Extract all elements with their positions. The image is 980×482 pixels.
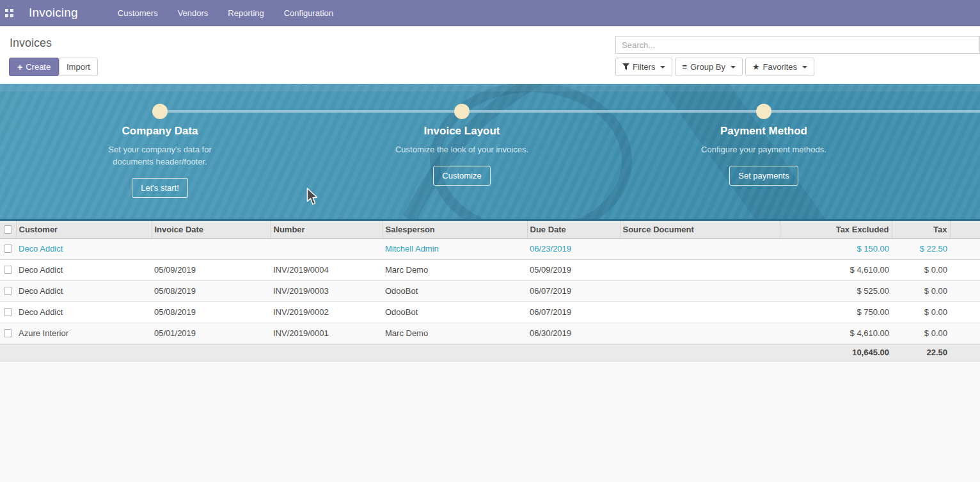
cell-tax-excluded[interactable]: $ 4,610.00 xyxy=(780,259,892,280)
select-all-header[interactable] xyxy=(0,221,16,238)
cell-salesperson[interactable]: Mitchell Admin xyxy=(383,238,527,259)
col-tax-excluded[interactable]: Tax Excluded xyxy=(780,221,892,238)
cell-invoice-date[interactable] xyxy=(152,238,271,259)
plus-icon: + xyxy=(17,62,22,72)
menu-customers[interactable]: Customers xyxy=(114,6,162,20)
cell-tax[interactable]: $ 0.00 xyxy=(892,259,950,280)
menu-configuration[interactable]: Configuration xyxy=(280,6,337,20)
cell-invoice-date[interactable]: 05/08/2019 xyxy=(152,301,271,323)
row-checkbox[interactable] xyxy=(4,329,12,337)
cell-invoice-date[interactable]: 05/01/2019 xyxy=(152,323,271,344)
cell-due-date[interactable]: 05/09/2019 xyxy=(527,259,620,280)
nav-menu: Customers Vendors Reporting Configuratio… xyxy=(114,6,337,20)
table-row[interactable]: Deco Addict 05/09/2019 INV/2019/0004 Mar… xyxy=(0,259,980,280)
step-description: Set your company's data for documents he… xyxy=(89,143,231,168)
step-title: Invoice Layout xyxy=(366,125,558,138)
chevron-down-icon xyxy=(802,66,807,68)
total-tax: 22.50 xyxy=(892,344,950,361)
cell-tax-excluded[interactable]: $ 150.00 xyxy=(780,238,892,259)
table-row[interactable]: Deco Addict Mitchell Admin 06/23/2019 $ … xyxy=(0,238,980,259)
cell-due-date[interactable]: 06/23/2019 xyxy=(527,238,620,259)
cell-source-document[interactable] xyxy=(620,280,780,301)
invoice-table: Customer Invoice Date Number Salesperson… xyxy=(0,221,980,362)
cell-tax-excluded[interactable]: $ 4,610.00 xyxy=(780,323,892,344)
total-tax-excluded: 10,645.00 xyxy=(780,344,892,361)
invoice-list-area: Customer Invoice Date Number Salesperson… xyxy=(0,221,980,482)
cell-tax[interactable]: $ 22.50 xyxy=(892,238,950,259)
cell-number[interactable]: INV/2019/0003 xyxy=(271,280,383,301)
col-number[interactable]: Number xyxy=(271,221,383,238)
cell-salesperson[interactable]: Marc Demo xyxy=(383,259,527,280)
cell-source-document[interactable] xyxy=(620,323,780,344)
table-row[interactable]: Deco Addict 05/08/2019 INV/2019/0003 Odo… xyxy=(0,280,980,301)
import-button[interactable]: Import xyxy=(59,58,98,76)
set-payments-button[interactable]: Set payments xyxy=(729,166,798,186)
cell-customer[interactable]: Deco Addict xyxy=(16,259,152,280)
row-checkbox[interactable] xyxy=(4,287,12,295)
onboarding-step-company-data: Company Data Set your company's data for… xyxy=(64,125,256,198)
cell-tax[interactable]: $ 0.00 xyxy=(892,323,950,344)
filters-button[interactable]: Filters xyxy=(615,58,672,76)
cell-invoice-date[interactable]: 05/09/2019 xyxy=(152,259,271,280)
cell-tax-excluded[interactable]: $ 525.00 xyxy=(780,280,892,301)
group-by-button[interactable]: ≡ Group By xyxy=(675,58,743,76)
step-dot-invoice-layout xyxy=(454,104,470,119)
cell-number[interactable]: INV/2019/0004 xyxy=(271,259,383,280)
app-title[interactable]: Invoicing xyxy=(29,6,78,20)
search-input[interactable] xyxy=(615,36,980,54)
customize-button[interactable]: Customize xyxy=(433,166,490,186)
row-checkbox[interactable] xyxy=(4,245,12,253)
favorites-button[interactable]: ★ Favorites xyxy=(745,58,814,76)
step-title: Payment Method xyxy=(668,125,860,138)
chevron-down-icon xyxy=(660,66,665,68)
cell-tax-excluded[interactable]: $ 750.00 xyxy=(780,301,892,323)
row-checkbox[interactable] xyxy=(4,266,12,274)
col-source-document[interactable]: Source Document xyxy=(620,221,780,238)
cell-due-date[interactable]: 06/30/2019 xyxy=(527,323,620,344)
row-checkbox[interactable] xyxy=(4,308,12,316)
mouse-cursor xyxy=(306,188,319,205)
cell-salesperson[interactable]: Marc Demo xyxy=(383,323,527,344)
invoicing-screen: Invoicing Customers Vendors Reporting Co… xyxy=(0,0,980,482)
cell-source-document[interactable] xyxy=(620,238,780,259)
col-salesperson[interactable]: Salesperson xyxy=(383,221,527,238)
onboarding-banner: Company Data Set your company's data for… xyxy=(0,84,980,221)
col-invoice-date[interactable]: Invoice Date xyxy=(152,221,271,238)
step-dot-payment-method xyxy=(756,104,771,119)
cell-salesperson[interactable]: OdooBot xyxy=(383,301,527,323)
onboarding-step-invoice-layout: Invoice Layout Customize the look of you… xyxy=(366,125,558,186)
cell-due-date[interactable]: 06/07/2019 xyxy=(527,301,620,323)
onboarding-progress-line xyxy=(160,110,980,113)
table-row[interactable]: Azure Interior 05/01/2019 INV/2019/0001 … xyxy=(0,323,980,344)
col-customer[interactable]: Customer xyxy=(16,221,152,238)
cell-source-document[interactable] xyxy=(620,259,780,280)
cell-tax[interactable]: $ 0.00 xyxy=(892,301,950,323)
cell-number[interactable] xyxy=(271,238,383,259)
cell-number[interactable]: INV/2019/0002 xyxy=(271,301,383,323)
apps-grid-icon[interactable] xyxy=(5,9,13,17)
create-button[interactable]: + Create xyxy=(9,58,59,76)
col-due-date[interactable]: Due Date xyxy=(527,221,620,238)
cell-customer[interactable]: Deco Addict xyxy=(16,238,152,259)
cell-number[interactable]: INV/2019/0001 xyxy=(271,323,383,344)
step-description: Configure your payment methods. xyxy=(693,143,835,156)
col-spacer xyxy=(950,221,980,238)
cell-tax[interactable]: $ 0.00 xyxy=(892,280,950,301)
menu-vendors[interactable]: Vendors xyxy=(174,6,212,20)
cell-customer[interactable]: Deco Addict xyxy=(16,280,152,301)
cell-invoice-date[interactable]: 05/08/2019 xyxy=(152,280,271,301)
favorites-star-icon: ★ xyxy=(752,62,760,72)
cell-source-document[interactable] xyxy=(620,301,780,323)
cell-customer[interactable]: Deco Addict xyxy=(16,301,152,323)
col-tax[interactable]: Tax xyxy=(892,221,950,238)
cell-due-date[interactable]: 06/07/2019 xyxy=(527,280,620,301)
table-row[interactable]: Deco Addict 05/08/2019 INV/2019/0002 Odo… xyxy=(0,301,980,323)
onboarding-step-payment-method: Payment Method Configure your payment me… xyxy=(668,125,860,186)
cell-salesperson[interactable]: OdooBot xyxy=(383,280,527,301)
lets-start-button[interactable]: Let's start! xyxy=(132,178,188,198)
select-all-checkbox[interactable] xyxy=(4,225,12,234)
cell-customer[interactable]: Azure Interior xyxy=(16,323,152,344)
menu-reporting[interactable]: Reporting xyxy=(224,6,267,20)
table-header-row: Customer Invoice Date Number Salesperson… xyxy=(0,221,980,238)
chevron-down-icon xyxy=(731,66,736,68)
